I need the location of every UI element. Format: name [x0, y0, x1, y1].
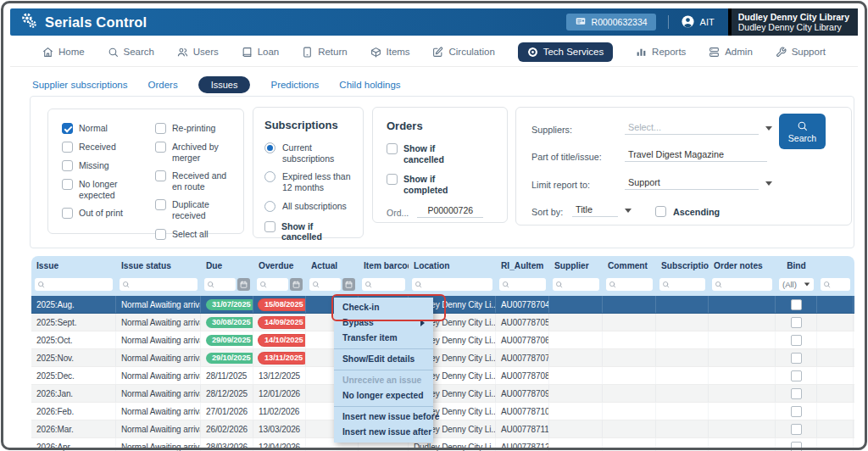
filter-input[interactable]: [606, 278, 653, 291]
menu-item-check-in[interactable]: Check-in: [334, 300, 433, 315]
issue-row-2026-feb[interactable]: 2026:Feb.Normal Awaiting arrival27/01/20…: [31, 403, 854, 420]
filter-input[interactable]: [35, 278, 113, 291]
calendar-button[interactable]: [342, 278, 355, 291]
column-header-issue-status[interactable]: Issue status: [116, 261, 201, 270]
filter-input[interactable]: [659, 278, 705, 291]
bind-checkbox[interactable]: [791, 424, 802, 435]
bind-filter-select[interactable]: (All): [779, 278, 814, 291]
column-header-due[interactable]: Due: [201, 261, 253, 270]
bind-checkbox[interactable]: [791, 442, 802, 451]
checkbox[interactable]: [155, 123, 166, 134]
menu-item-insert-new-issue-after[interactable]: Insert new issue after: [334, 425, 433, 440]
filter-input[interactable]: [362, 278, 405, 291]
subscription-radio-current-subscriptions[interactable]: Current subscriptions: [264, 142, 354, 164]
filter-input[interactable]: [712, 278, 772, 291]
status-filter-out-of-print[interactable]: Out of print: [62, 208, 143, 219]
issue-row-2025-aug[interactable]: 2025:Aug.Normal Awaiting arrival31/07/20…: [31, 296, 854, 314]
suppliers-select[interactable]: Select...: [625, 122, 759, 135]
nav-item-admin[interactable]: Admin: [709, 47, 753, 58]
checkbox[interactable]: [62, 208, 73, 219]
subtab-child-holdings[interactable]: Child holdings: [339, 80, 400, 90]
checkbox[interactable]: [62, 160, 73, 171]
checkbox[interactable]: [155, 142, 166, 153]
bind-checkbox[interactable]: [791, 406, 802, 417]
menu-item-insert-new-issue-before[interactable]: Insert new issue before: [334, 409, 433, 425]
column-header-order-notes[interactable]: Order notes: [709, 261, 776, 270]
checkbox[interactable]: [155, 229, 166, 240]
checkbox[interactable]: [62, 123, 73, 134]
status-filter-select-all[interactable]: Select all: [155, 229, 236, 240]
issue-row-2026-mar[interactable]: 2026:Mar.Normal Awaiting arrival26/02/20…: [31, 420, 854, 438]
menu-item-show-edit-details[interactable]: Show/Edit details: [334, 352, 433, 367]
nav-item-reports[interactable]: Reports: [636, 47, 686, 58]
issue-row-2026-jan[interactable]: 2026:Jan.Normal Awaiting arrival28/12/20…: [31, 385, 854, 403]
checkbox[interactable]: [387, 143, 398, 154]
filter-input[interactable]: [821, 278, 850, 291]
checkbox[interactable]: [155, 170, 166, 181]
checkbox[interactable]: [155, 199, 166, 210]
radio[interactable]: [264, 142, 275, 153]
column-header-item-barcode[interactable]: Item barcode: [359, 261, 409, 270]
issue-row-2026-apr[interactable]: 2026:Apr.Normal Awaiting arrival28/03/20…: [31, 438, 854, 451]
column-header-issue[interactable]: Issue: [31, 261, 116, 270]
checkbox[interactable]: [62, 142, 73, 153]
search-button[interactable]: Search: [779, 114, 826, 149]
bind-checkbox[interactable]: [791, 353, 802, 364]
orders-show-if-completed[interactable]: Show if completed: [387, 174, 495, 195]
checkbox[interactable]: [264, 221, 275, 232]
order-number-input[interactable]: P00000726: [417, 205, 483, 218]
filter-input[interactable]: [257, 278, 288, 291]
bind-checkbox[interactable]: [791, 317, 802, 328]
column-header-subscriptio[interactable]: Subscriptio...: [656, 261, 709, 270]
bind-checkbox[interactable]: [791, 388, 802, 399]
nav-item-loan[interactable]: Loan: [242, 47, 280, 58]
status-filter-archived-by-merger[interactable]: Archived by merger: [155, 142, 236, 163]
status-filter-missing[interactable]: Missing: [62, 160, 143, 171]
limit-report-select[interactable]: Support: [625, 177, 759, 190]
user-menu[interactable]: AIT: [681, 14, 715, 31]
session-badge[interactable]: R0000632334: [566, 14, 656, 31]
nav-item-return[interactable]: Return: [302, 47, 348, 58]
nav-item-tech-services[interactable]: Tech Services: [518, 42, 614, 62]
nav-item-search[interactable]: Search: [108, 47, 154, 58]
nav-item-items[interactable]: Items: [370, 47, 410, 58]
radio[interactable]: [264, 171, 275, 182]
issue-row-2025-dec[interactable]: 2025:Dec.Normal Awaiting arrival28/11/20…: [31, 367, 854, 385]
calendar-button[interactable]: [237, 278, 250, 291]
column-header-comment[interactable]: Comment: [603, 261, 656, 270]
menu-item-no-longer-expected[interactable]: No longer expected: [334, 388, 433, 404]
column-header-bind[interactable]: Bind: [776, 261, 817, 270]
filter-input[interactable]: [499, 278, 546, 291]
title-issue-input[interactable]: Travel Digest Magazine: [625, 149, 767, 162]
column-header-supplier[interactable]: Supplier: [549, 261, 603, 270]
subtab-supplier-subscriptions[interactable]: Supplier subscriptions: [32, 80, 128, 90]
status-filter-no-longer-expected[interactable]: No longer expected: [62, 179, 143, 200]
checkbox[interactable]: [62, 179, 73, 190]
filter-input[interactable]: [204, 278, 236, 291]
bind-checkbox[interactable]: [791, 299, 802, 310]
subtab-issues[interactable]: Issues: [198, 76, 251, 93]
filter-input[interactable]: [553, 278, 599, 291]
status-filter-duplicate-received[interactable]: Duplicate received: [155, 199, 236, 220]
subtab-predictions[interactable]: Predictions: [270, 80, 319, 90]
nav-item-users[interactable]: Users: [177, 47, 219, 58]
checkbox[interactable]: [387, 174, 398, 185]
filter-input[interactable]: [309, 278, 341, 291]
filter-input[interactable]: [412, 278, 492, 291]
nav-item-home[interactable]: Home: [42, 47, 85, 58]
status-filter-normal[interactable]: Normal: [62, 123, 143, 134]
column-header-actual[interactable]: Actual: [306, 261, 359, 270]
status-filter-re-printing[interactable]: Re-printing: [155, 123, 236, 134]
ascending-checkbox[interactable]: [655, 206, 666, 217]
issue-row-2025-nov[interactable]: 2025:Nov.Normal Awaiting arrival29/10/20…: [31, 349, 854, 367]
issue-row-2025-sept[interactable]: 2025:Sept.Normal Awaiting arrival30/08/2…: [31, 314, 854, 331]
subscription-radio-expired-less-than-12-months[interactable]: Expired less than 12 months: [264, 171, 354, 193]
bind-checkbox[interactable]: [791, 370, 802, 381]
nav-item-circulation[interactable]: Circulation: [432, 47, 494, 58]
filter-input[interactable]: [120, 278, 198, 291]
subscriptions-show-if-cancelled[interactable]: Show if cancelled: [264, 221, 354, 242]
radio[interactable]: [264, 201, 275, 212]
menu-item-bypass[interactable]: Bypass: [334, 315, 433, 331]
calendar-button[interactable]: [290, 278, 303, 291]
bind-checkbox[interactable]: [791, 335, 802, 346]
